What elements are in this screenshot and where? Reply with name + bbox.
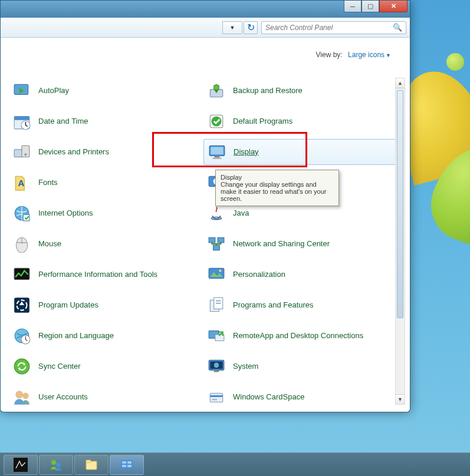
cardspace-icon <box>206 386 227 406</box>
control-panel-item[interactable]: Region and Language <box>9 323 201 349</box>
chevron-down-icon: ▼ <box>386 52 391 58</box>
item-label: Devices and Printers <box>38 147 109 157</box>
item-label: System <box>233 362 258 371</box>
svg-rect-6 <box>122 461 126 464</box>
personalization-icon <box>206 264 227 285</box>
internet-options-icon <box>11 203 32 224</box>
taskbar-item-explorer[interactable] <box>74 455 109 475</box>
view-by-label: View by: <box>316 51 343 59</box>
performance-icon <box>11 264 32 285</box>
devices-icon <box>11 141 32 163</box>
address-toolbar: ▼ ↻ 🔍 <box>1 18 410 38</box>
control-panel-item[interactable]: Mouse <box>9 231 201 257</box>
control-panel-item[interactable]: Performance Information and Tools <box>9 262 201 287</box>
item-label: Region and Language <box>38 331 114 341</box>
item-label: Backup and Restore <box>233 86 303 95</box>
item-label: Network and Sharing Center <box>233 239 330 249</box>
chevron-down-icon: ▼ <box>230 25 235 31</box>
tooltip-body: Change your display settings and make it… <box>221 181 326 202</box>
taskbar-item-users[interactable] <box>39 455 73 475</box>
tooltip: Display Change your display settings and… <box>215 170 339 206</box>
control-panel-item[interactable]: Windows CardSpace <box>203 384 396 406</box>
control-panel-icon <box>120 458 134 472</box>
users-icon <box>11 386 32 406</box>
control-panel-item[interactable]: Sync Center <box>9 353 201 379</box>
items-scroll-area: AutoPlayBackup and RestoreDate and TimeD… <box>9 78 396 406</box>
item-label: Internet Options <box>38 209 93 218</box>
taskbar-item-app1[interactable] <box>4 455 38 475</box>
refresh-icon: ↻ <box>247 22 255 33</box>
item-label: Performance Information and Tools <box>38 270 157 279</box>
control-panel-item[interactable]: Program Updates <box>9 292 201 318</box>
scroll-up-button[interactable]: ▲ <box>396 78 405 88</box>
remoteapp-icon <box>206 325 227 346</box>
vertical-scrollbar[interactable]: ▲ ▼ <box>395 78 405 405</box>
programs-icon <box>206 295 227 316</box>
sync-icon <box>11 356 32 377</box>
svg-rect-4 <box>86 460 91 462</box>
control-panel-item[interactable]: Default Programs <box>203 108 396 134</box>
control-panel-item[interactable]: Backup and Restore <box>203 78 396 104</box>
item-label: Sync Center <box>38 362 81 371</box>
view-by-selector: View by: Large icons▼ <box>316 51 391 59</box>
updates-icon <box>11 295 32 316</box>
control-panel-window: ▼ ↻ 🔍 View by: Large icons▼ AutoPlayBack… <box>0 0 410 412</box>
control-panel-item[interactable]: Display <box>203 139 396 165</box>
network-icon <box>206 233 227 254</box>
minimize-button[interactable]: ─ <box>344 1 361 12</box>
svg-rect-7 <box>127 461 132 464</box>
svg-point-1 <box>51 460 56 465</box>
svg-rect-9 <box>127 465 132 467</box>
tooltip-title: Display <box>221 174 334 181</box>
control-panel-item[interactable]: System <box>203 353 396 379</box>
mouse-icon <box>11 233 32 254</box>
item-label: Java <box>233 209 249 218</box>
maximize-button[interactable]: ▢ <box>361 1 379 12</box>
backup-icon <box>206 80 227 101</box>
system-icon <box>206 356 227 377</box>
window-titlebar[interactable]: ─ ▢ ✕ <box>0 0 410 18</box>
control-panel-item[interactable]: Devices and Printers <box>9 139 201 165</box>
view-by-value[interactable]: Large icons <box>348 51 384 59</box>
taskbar-item-control-panel[interactable] <box>110 455 144 475</box>
taskbar <box>0 452 470 476</box>
search-icon: 🔍 <box>393 23 402 32</box>
close-button[interactable]: ✕ <box>379 1 407 12</box>
item-label: Program Updates <box>38 300 98 310</box>
item-label: Personalization <box>233 270 285 279</box>
control-panel-item[interactable]: Fonts <box>9 170 201 196</box>
svg-point-2 <box>56 462 61 467</box>
control-panel-item[interactable]: AutoPlay <box>9 78 201 104</box>
control-panel-item[interactable]: RemoteApp and Desktop Connections <box>203 323 396 349</box>
item-label: Display <box>234 147 259 157</box>
default-programs-icon <box>206 111 227 132</box>
display-icon <box>206 141 228 163</box>
user-switch-icon <box>49 458 63 472</box>
refresh-button[interactable]: ↻ <box>244 21 258 34</box>
control-panel-item[interactable]: Personalization <box>203 262 396 287</box>
app-shenhu-icon <box>14 458 28 472</box>
region-icon <box>11 325 32 346</box>
explorer-icon <box>84 458 98 472</box>
scrollbar-thumb[interactable] <box>397 90 403 318</box>
fonts-icon <box>11 172 32 193</box>
control-panel-item[interactable]: Internet Options <box>9 200 201 226</box>
control-panel-item[interactable]: Network and Sharing Center <box>203 231 396 257</box>
item-label: User Accounts <box>38 392 88 402</box>
content-pane: View by: Large icons▼ AutoPlayBackup and… <box>3 38 407 409</box>
svg-rect-8 <box>122 465 126 467</box>
item-label: Mouse <box>38 239 61 249</box>
svg-rect-0 <box>14 458 28 472</box>
item-label: Date and Time <box>38 117 88 126</box>
datetime-icon <box>11 111 32 132</box>
control-panel-item[interactable]: User Accounts <box>9 384 201 406</box>
search-box[interactable]: 🔍 <box>261 21 406 34</box>
autoplay-icon <box>11 80 32 101</box>
search-input[interactable] <box>265 24 393 32</box>
item-label: Programs and Features <box>233 300 314 310</box>
breadcrumb-dropdown[interactable]: ▼ <box>222 21 242 34</box>
control-panel-item[interactable]: Programs and Features <box>203 292 396 318</box>
control-panel-item[interactable]: Date and Time <box>9 108 201 134</box>
item-label: RemoteApp and Desktop Connections <box>233 331 363 341</box>
scroll-down-button[interactable]: ▼ <box>396 394 405 404</box>
